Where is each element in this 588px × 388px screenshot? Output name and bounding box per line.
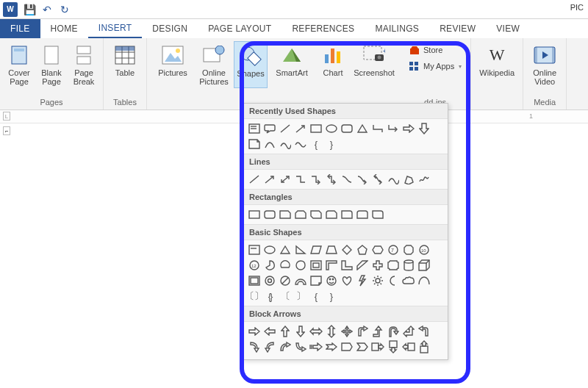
curved-down-arrow[interactable] <box>294 340 307 353</box>
my-apps-button[interactable]: My Apps ▾ <box>409 60 462 72</box>
diamond-shape[interactable] <box>340 243 354 256</box>
arc-icon[interactable] <box>263 137 276 151</box>
pentagon-shape[interactable] <box>356 243 369 256</box>
right-brace-shape[interactable]: } <box>325 290 338 303</box>
screenshot-button[interactable]: + Screenshot <box>353 41 395 88</box>
snip2-rect-shape[interactable] <box>294 208 307 221</box>
store-button[interactable]: Store <box>409 44 462 56</box>
heart-shape[interactable] <box>340 274 354 287</box>
decagon-shape[interactable]: 10 <box>417 243 431 256</box>
arc-shape[interactable] <box>417 274 431 287</box>
double-arrow-shape[interactable] <box>279 173 292 186</box>
bent-up-arrow[interactable] <box>371 325 384 338</box>
curved-right-arrow[interactable] <box>248 340 261 353</box>
line-icon[interactable] <box>279 122 292 135</box>
half-frame-shape[interactable] <box>325 259 338 272</box>
can-shape[interactable] <box>402 259 415 272</box>
right-bracket-shape[interactable]: 〕 <box>294 290 307 303</box>
pie-shape[interactable] <box>263 259 276 272</box>
redo-icon[interactable]: ↻ <box>59 4 71 15</box>
tab-file[interactable]: FILE <box>0 19 40 38</box>
donut-shape[interactable] <box>263 274 276 287</box>
curved-double-shape[interactable] <box>371 173 384 186</box>
right-brace-icon[interactable]: } <box>325 137 338 151</box>
tab-mailings[interactable]: MAILINGS <box>365 19 429 38</box>
trapezoid-shape[interactable] <box>325 243 338 256</box>
curve-icon[interactable] <box>279 137 292 151</box>
snip1-rect-shape[interactable] <box>279 208 292 221</box>
sun-shape[interactable] <box>371 274 384 287</box>
uturn-arrow[interactable] <box>387 325 400 338</box>
chart-button[interactable]: Chart <box>316 41 350 88</box>
online-video-button[interactable]: Online Video <box>528 41 562 88</box>
bevel-shape[interactable] <box>248 274 261 287</box>
smiley-shape[interactable] <box>325 274 338 287</box>
right-arrow-callout[interactable] <box>371 340 384 353</box>
parallelogram-shape[interactable] <box>309 243 323 256</box>
page-break-button[interactable]: Page Break <box>69 41 98 88</box>
up-down-arrow[interactable] <box>325 325 338 338</box>
arrow-line-icon[interactable] <box>294 122 307 135</box>
round-rect-shape[interactable] <box>263 208 276 221</box>
chevron-arrow[interactable] <box>356 340 369 353</box>
octagon-shape[interactable] <box>402 243 415 256</box>
no-symbol-shape[interactable] <box>279 274 292 287</box>
left-up-arrow[interactable] <box>402 325 415 338</box>
elbow-shape[interactable] <box>294 173 307 186</box>
pictures-button[interactable]: Pictures <box>151 41 194 88</box>
tab-review[interactable]: REVIEW <box>429 19 486 38</box>
tab-view[interactable]: VIEW <box>486 19 530 38</box>
cloud-shape[interactable] <box>402 274 415 287</box>
left-right-arrow[interactable] <box>309 325 323 338</box>
down-block-arrow[interactable] <box>294 325 307 338</box>
right-block-arrow[interactable] <box>248 325 261 338</box>
elbow-arrow-shape[interactable] <box>309 173 323 186</box>
dodecagon-shape[interactable]: 12 <box>248 259 261 272</box>
left-brace-icon[interactable]: { <box>309 137 323 151</box>
save-icon[interactable]: 💾 <box>24 4 35 15</box>
elbow-connector-icon[interactable] <box>371 122 384 135</box>
quad-arrow[interactable] <box>340 325 354 338</box>
round1-rect-shape[interactable] <box>340 208 354 221</box>
pentagon-arrow[interactable] <box>340 340 354 353</box>
left-block-arrow[interactable] <box>263 325 276 338</box>
folded-corner-shape[interactable] <box>309 274 323 287</box>
rounded-rect-icon[interactable] <box>340 122 354 135</box>
left-brace-shape[interactable]: { <box>309 290 323 303</box>
left-arrow-callout[interactable] <box>402 340 415 353</box>
online-pictures-button[interactable]: Online Pictures <box>197 41 231 88</box>
hexagon-shape[interactable] <box>371 243 384 256</box>
smartart-button[interactable]: SmartArt <box>270 41 313 88</box>
line-shape[interactable] <box>248 173 261 186</box>
tab-references[interactable]: REFERENCES <box>282 19 365 38</box>
plaque-shape[interactable] <box>387 259 400 272</box>
triangle-shape[interactable] <box>279 243 292 256</box>
tab-insert[interactable]: INSERT <box>88 19 143 38</box>
table-button[interactable]: Table <box>108 41 142 79</box>
round2diag-rect-shape[interactable] <box>371 208 384 221</box>
textbox-icon[interactable] <box>248 122 261 135</box>
blank-page-button[interactable]: Blank Page <box>37 41 66 88</box>
oval-icon[interactable] <box>325 122 338 135</box>
lshape-shape[interactable] <box>340 259 354 272</box>
striped-right-arrow[interactable] <box>309 340 323 353</box>
lightning-shape[interactable] <box>356 274 369 287</box>
curve-shape[interactable] <box>387 173 400 186</box>
snipround-rect-shape[interactable] <box>325 208 338 221</box>
triangle-icon[interactable] <box>356 122 369 135</box>
tab-home[interactable]: HOME <box>40 19 88 38</box>
curved-connector-shape[interactable] <box>340 173 354 186</box>
curved-up-arrow[interactable] <box>279 340 292 353</box>
heptagon-shape[interactable]: 7 <box>387 243 400 256</box>
left-bracket-shape[interactable]: 〔 <box>279 290 292 303</box>
callout-icon[interactable] <box>263 122 276 135</box>
cube-shape[interactable] <box>417 259 431 272</box>
diag-stripe-shape[interactable] <box>356 259 369 272</box>
teardrop-shape[interactable] <box>294 259 307 272</box>
wikipedia-button[interactable]: W Wikipedia <box>476 41 518 79</box>
undo-icon[interactable]: ↶ <box>41 4 53 15</box>
freeform-shape[interactable] <box>402 173 415 186</box>
right-arrow-icon[interactable] <box>402 122 415 135</box>
right-triangle-shape[interactable] <box>294 243 307 256</box>
arrow-shape[interactable] <box>263 173 276 186</box>
